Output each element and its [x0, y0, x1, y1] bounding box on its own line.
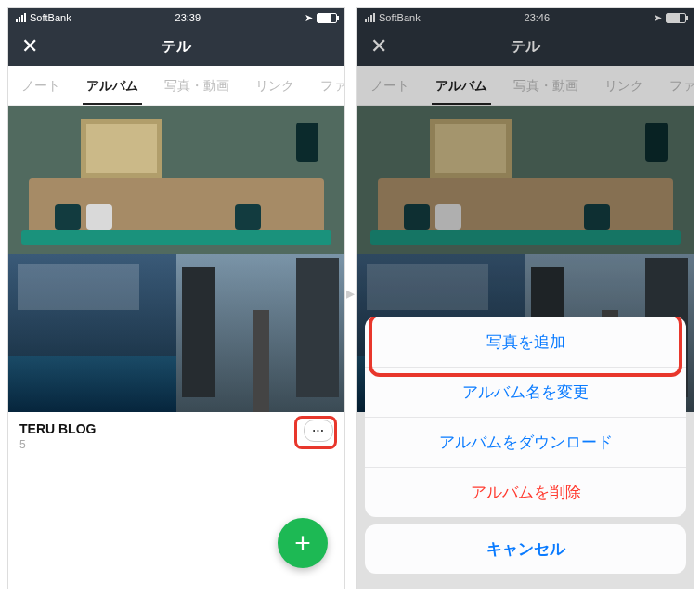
album-count: 5 [19, 438, 333, 451]
carrier: SoftBank [30, 12, 71, 23]
album-thumb-2 [176, 254, 344, 412]
album-card[interactable]: TERU BLOG 5 ··· [8, 106, 344, 460]
sheet-item-download[interactable]: アルバムをダウンロード [365, 417, 686, 467]
sheet-cancel[interactable]: キャンセル [365, 524, 686, 574]
sheet-item-delete[interactable]: アルバムを削除 [365, 467, 686, 517]
phone-right: SoftBank 23:46 ➤ ✕ テル ノート アルバム 写真・動画 リンク… [356, 7, 694, 589]
album-title: TERU BLOG [19, 421, 333, 436]
battery-icon [317, 13, 337, 23]
action-sheet: 写真を追加 アルバム名を変更 アルバムをダウンロード アルバムを削除 キャンセル [365, 317, 686, 581]
sheet-item-rename[interactable]: アルバム名を変更 [365, 367, 686, 417]
tab-files[interactable]: ファ [307, 66, 344, 105]
arrow-icon: ▸ [346, 283, 355, 304]
close-icon[interactable]: ✕ [21, 34, 38, 58]
sheet-item-add-photo[interactable]: 写真を追加 [365, 317, 686, 367]
signal-icon [16, 13, 26, 22]
tab-bar: ノート アルバム 写真・動画 リンク ファ [8, 66, 344, 106]
album-thumb-1 [8, 254, 176, 412]
title-bar: ✕ テル [8, 27, 344, 66]
tab-links[interactable]: リンク [242, 66, 307, 105]
phone-left: SoftBank 23:39 ➤ ✕ テル ノート アルバム 写真・動画 リンク… [7, 7, 345, 589]
album-more-button[interactable]: ··· [304, 420, 333, 442]
status-bar: SoftBank 23:39 ➤ [8, 8, 344, 27]
tab-photos[interactable]: 写真・動画 [151, 66, 242, 105]
tab-notes[interactable]: ノート [8, 66, 73, 105]
album-cover-image [8, 106, 344, 254]
location-icon: ➤ [305, 12, 313, 24]
tab-album[interactable]: アルバム [73, 66, 151, 105]
fab-add-button[interactable]: + [278, 518, 328, 568]
page-title: テル [8, 37, 344, 57]
status-time: 23:39 [175, 12, 201, 23]
